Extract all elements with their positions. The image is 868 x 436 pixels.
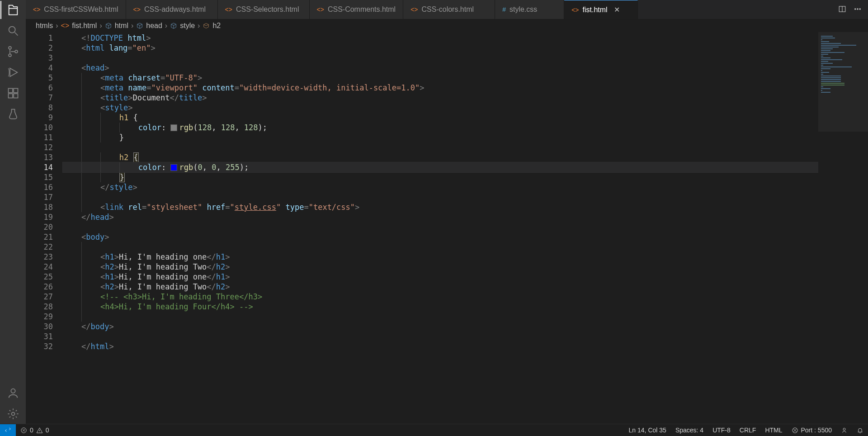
testing-icon[interactable] — [7, 108, 19, 120]
breadcrumb-symbol: head — [136, 22, 162, 30]
chevron-right-icon: › — [99, 22, 102, 30]
tab-css-colors[interactable]: <> CSS-colors.html — [403, 0, 495, 19]
breadcrumb-folder: htmls — [36, 22, 53, 30]
symbol-icon — [170, 22, 177, 29]
breadcrumb-symbol: h2 — [203, 22, 221, 30]
svg-point-0 — [9, 27, 15, 33]
tab-css-selectors[interactable]: <> CSS-Selectors.html — [218, 0, 310, 19]
activity-bar — [0, 0, 26, 424]
symbol-field-icon — [203, 22, 210, 29]
indentation[interactable]: Spaces: 4 — [671, 424, 708, 436]
notifications-icon[interactable] — [852, 424, 868, 436]
more-actions-icon[interactable] — [854, 5, 862, 14]
chevron-right-icon: › — [131, 22, 133, 30]
problems-indicator[interactable]: 0 0 — [16, 424, 54, 436]
search-icon[interactable] — [7, 24, 19, 37]
accounts-icon[interactable] — [7, 387, 19, 399]
tab-label: CSS-addways.html — [144, 5, 206, 14]
html-file-icon: <> — [61, 22, 70, 30]
tab-label: CSS-Comments.html — [328, 5, 396, 14]
chevron-right-icon: › — [198, 22, 200, 30]
svg-point-3 — [15, 50, 18, 53]
minimap[interactable] — [818, 32, 868, 424]
svg-point-12 — [857, 8, 858, 9]
explorer-icon[interactable] — [7, 4, 19, 16]
tab-fist-html[interactable]: <> fist.html ✕ — [564, 0, 638, 19]
tab-actions — [832, 0, 868, 19]
status-bar: 0 0 Ln 14, Col 35 Spaces: 4 UTF-8 CRLF H… — [0, 424, 868, 436]
breadcrumb-symbol: html — [105, 22, 128, 30]
html-file-icon: <> — [410, 6, 418, 13]
svg-rect-6 — [8, 94, 12, 98]
svg-point-13 — [859, 8, 860, 9]
svg-point-8 — [11, 389, 15, 393]
breadcrumb-file: <>fist.html — [61, 22, 97, 30]
svg-point-16 — [843, 428, 845, 430]
svg-point-11 — [855, 8, 856, 9]
html-file-icon: <> — [33, 6, 40, 13]
tab-label: fist.html — [583, 6, 608, 14]
tab-label: CSS-firstCSSWeb.html — [44, 5, 118, 14]
minimap-slider[interactable] — [818, 32, 868, 132]
close-icon[interactable]: ✕ — [614, 5, 620, 14]
tab-label: CSS-Selectors.html — [236, 5, 299, 14]
tab-label: style.css — [509, 5, 537, 14]
tab-style-css[interactable]: # style.css — [495, 0, 564, 19]
html-file-icon: <> — [571, 6, 579, 14]
feedback-icon[interactable] — [836, 424, 852, 436]
eol[interactable]: CRLF — [735, 424, 761, 436]
remote-indicator[interactable] — [0, 424, 16, 436]
cursor-position[interactable]: Ln 14, Col 35 — [624, 424, 671, 436]
svg-point-9 — [11, 412, 14, 416]
line-number-gutter: 1234567891011121314151617181920212223242… — [26, 32, 63, 424]
tab-bar: <> CSS-firstCSSWeb.html <> CSS-addways.h… — [26, 0, 868, 19]
tab-css-firstcssweb[interactable]: <> CSS-firstCSSWeb.html — [26, 0, 126, 19]
code-editor[interactable]: 1234567891011121314151617181920212223242… — [26, 32, 818, 424]
chevron-right-icon: › — [56, 22, 58, 30]
html-file-icon: <> — [317, 6, 324, 13]
svg-rect-4 — [8, 89, 12, 93]
svg-point-2 — [9, 54, 11, 57]
editor-group: <> CSS-firstCSSWeb.html <> CSS-addways.h… — [26, 0, 868, 424]
code-content[interactable]: <!DOCTYPE html> <html lang="en"> <head> … — [63, 32, 818, 424]
chevron-right-icon: › — [165, 22, 167, 30]
run-debug-icon[interactable] — [7, 66, 19, 79]
symbol-icon — [136, 22, 143, 29]
breadcrumb[interactable]: htmls › <>fist.html › html › head › styl… — [26, 19, 868, 32]
settings-gear-icon[interactable] — [7, 408, 19, 420]
svg-rect-7 — [14, 94, 18, 98]
encoding[interactable]: UTF-8 — [708, 424, 735, 436]
source-control-icon[interactable] — [7, 45, 19, 58]
tab-css-addways[interactable]: <> CSS-addways.html — [126, 0, 218, 19]
language-mode[interactable]: HTML — [760, 424, 787, 436]
breadcrumb-symbol: style — [170, 22, 195, 30]
symbol-icon — [105, 22, 112, 29]
html-file-icon: <> — [225, 6, 232, 13]
svg-rect-5 — [14, 89, 18, 93]
css-file-icon: # — [502, 6, 506, 13]
extensions-icon[interactable] — [7, 87, 19, 100]
split-editor-icon[interactable] — [838, 5, 846, 14]
html-file-icon: <> — [133, 6, 141, 13]
tab-css-comments[interactable]: <> CSS-Comments.html — [310, 0, 404, 19]
live-server-port[interactable]: Port : 5500 — [787, 424, 837, 436]
svg-point-1 — [9, 47, 11, 49]
tab-label: CSS-colors.html — [422, 5, 474, 14]
